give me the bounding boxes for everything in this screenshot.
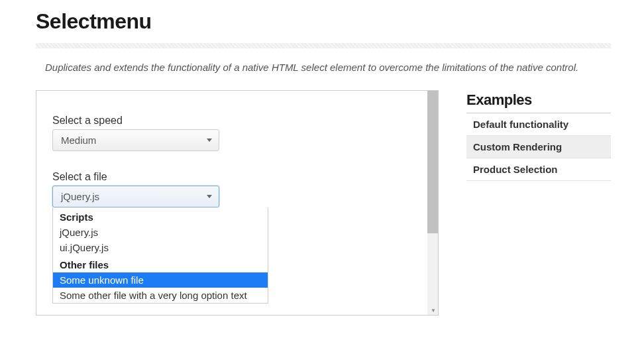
file-label: Select a file bbox=[52, 171, 422, 183]
scroll-down-icon[interactable]: ▼ bbox=[431, 308, 436, 314]
menu-group-label: Other files bbox=[53, 255, 268, 272]
examples-heading: Examples bbox=[466, 91, 611, 113]
speed-select-value: Medium bbox=[61, 135, 96, 146]
example-item[interactable]: Custom Rendering bbox=[466, 136, 611, 158]
speed-select[interactable]: Medium bbox=[52, 129, 219, 151]
example-item[interactable]: Default functionality bbox=[466, 113, 611, 136]
menu-option[interactable]: Some unknown file bbox=[53, 272, 268, 288]
file-select-menu: ScriptsjQuery.jsui.jQuery.jsOther filesS… bbox=[52, 207, 268, 304]
page-title: Selectmenu bbox=[36, 9, 611, 34]
divider bbox=[36, 43, 611, 48]
menu-option[interactable]: ui.jQuery.js bbox=[53, 240, 268, 255]
caret-down-icon bbox=[207, 195, 212, 198]
menu-option[interactable]: jQuery.js bbox=[53, 225, 268, 240]
menu-group-label: Scripts bbox=[53, 207, 268, 225]
speed-label: Select a speed bbox=[52, 115, 422, 127]
file-select[interactable]: jQuery.js bbox=[52, 186, 219, 207]
intro-text: Duplicates and extends the functionality… bbox=[45, 60, 588, 76]
caret-down-icon bbox=[207, 139, 212, 142]
example-item[interactable]: Product Selection bbox=[466, 158, 611, 181]
menu-option[interactable]: Some other file with a very long option … bbox=[53, 288, 268, 303]
scrollbar-track[interactable]: ▲ ▼ bbox=[427, 91, 438, 315]
file-select-value: jQuery.js bbox=[61, 191, 99, 202]
scrollbar-thumb[interactable] bbox=[427, 91, 438, 233]
demo-frame: Select a speed Medium Select a file jQue… bbox=[36, 90, 439, 316]
examples-sidebar: Examples Default functionalityCustom Ren… bbox=[466, 90, 611, 181]
